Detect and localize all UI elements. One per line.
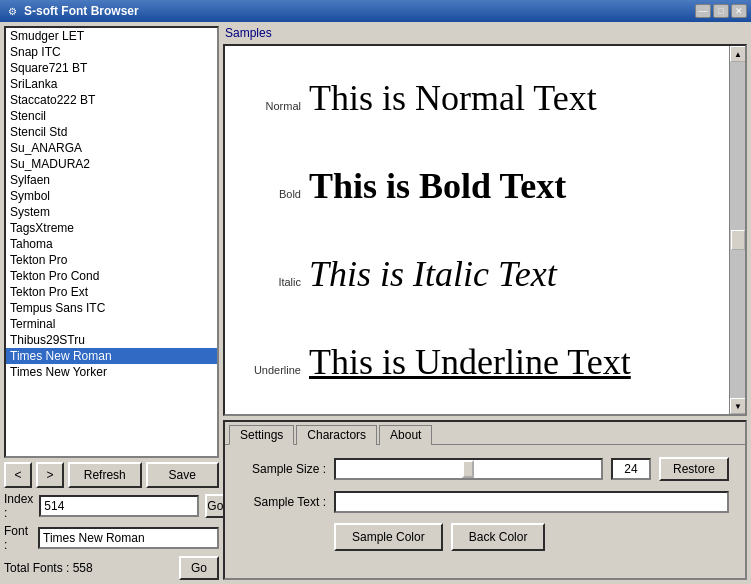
scrollbar-track <box>730 62 745 398</box>
back-button[interactable]: < <box>4 462 32 488</box>
tab-charactors[interactable]: Charactors <box>296 425 377 445</box>
list-item[interactable]: Smudger LET <box>6 28 217 44</box>
close-button[interactable]: ✕ <box>731 4 747 18</box>
scrollbar-down-button[interactable]: ▼ <box>730 398 746 414</box>
tabs-container: Settings Charactors About Sample Size : … <box>223 420 747 580</box>
underline-text: This is Underline Text <box>309 341 631 383</box>
font-display-row: Font : Times New Roman <box>4 524 219 552</box>
save-button[interactable]: Save <box>146 462 220 488</box>
restore-button[interactable]: Restore <box>659 457 729 481</box>
preview-normal-row: Normal This is Normal Text <box>241 77 713 119</box>
font-display-value: Times New Roman <box>43 531 145 545</box>
app-title: S-soft Font Browser <box>24 4 695 18</box>
preview-content: Normal This is Normal Text Bold This is … <box>225 46 729 414</box>
italic-text: This is Italic Text <box>309 253 557 295</box>
titlebar: ⚙ S-soft Font Browser — □ ✕ <box>0 0 751 22</box>
index-label: Index : <box>4 492 33 520</box>
scrollbar-thumb[interactable] <box>731 230 745 250</box>
sample-color-button[interactable]: Sample Color <box>334 523 443 551</box>
bold-label: Bold <box>241 188 301 200</box>
tab-content-settings: Sample Size : Restore Sample Text : Samp… <box>225 445 745 563</box>
total-go-button[interactable]: Go <box>179 556 219 580</box>
list-item[interactable]: Stencil Std <box>6 124 217 140</box>
list-item[interactable]: Square721 BT <box>6 60 217 76</box>
preview-area: Normal This is Normal Text Bold This is … <box>223 44 747 416</box>
italic-label: Italic <box>241 276 301 288</box>
total-fonts-row: Total Fonts : 558 Go <box>4 556 219 580</box>
font-list-container: Smudger LETSnap ITCSquare721 BTSriLankaS… <box>4 26 219 458</box>
font-display: Times New Roman <box>38 527 219 549</box>
list-item[interactable]: Times New Yorker <box>6 364 217 380</box>
size-slider[interactable] <box>334 458 603 480</box>
preview-underline-row: Underline This is Underline Text <box>241 341 713 383</box>
preview-scrollbar: ▲ ▼ <box>729 46 745 414</box>
list-item[interactable]: Tekton Pro Ext <box>6 284 217 300</box>
list-item[interactable]: Terminal <box>6 316 217 332</box>
size-input[interactable] <box>611 458 651 480</box>
list-item[interactable]: Sylfaen <box>6 172 217 188</box>
bold-text: This is Bold Text <box>309 165 566 207</box>
scrollbar-up-button[interactable]: ▲ <box>730 46 746 62</box>
forward-button[interactable]: > <box>36 462 64 488</box>
tab-settings[interactable]: Settings <box>229 425 294 445</box>
preview-bold-row: Bold This is Bold Text <box>241 165 713 207</box>
font-list: Smudger LETSnap ITCSquare721 BTSriLankaS… <box>6 28 217 456</box>
list-item[interactable]: Tekton Pro <box>6 252 217 268</box>
list-item[interactable]: System <box>6 204 217 220</box>
list-item[interactable]: Staccato222 BT <box>6 92 217 108</box>
normal-text: This is Normal Text <box>309 77 597 119</box>
index-row: Index : Go <box>4 492 219 520</box>
titlebar-buttons: — □ ✕ <box>695 4 747 18</box>
normal-label: Normal <box>241 100 301 112</box>
list-item[interactable]: Snap ITC <box>6 44 217 60</box>
maximize-button[interactable]: □ <box>713 4 729 18</box>
total-fonts-label: Total Fonts : 558 <box>4 561 173 575</box>
tab-headers: Settings Charactors About <box>225 422 745 445</box>
list-item[interactable]: Symbol <box>6 188 217 204</box>
list-item[interactable]: Times New Roman <box>6 348 217 364</box>
font-label: Font : <box>4 524 34 552</box>
refresh-button[interactable]: Refresh <box>68 462 142 488</box>
list-item[interactable]: Tekton Pro Cond <box>6 268 217 284</box>
nav-buttons: < > Refresh Save <box>4 462 219 488</box>
list-item[interactable]: Tahoma <box>6 236 217 252</box>
list-item[interactable]: Su_MADURA2 <box>6 156 217 172</box>
preview-italic-row: Italic This is Italic Text <box>241 253 713 295</box>
list-item[interactable]: Stencil <box>6 108 217 124</box>
tab-about[interactable]: About <box>379 425 432 445</box>
underline-label: Underline <box>241 364 301 376</box>
minimize-button[interactable]: — <box>695 4 711 18</box>
left-panel: Smudger LETSnap ITCSquare721 BTSriLankaS… <box>4 26 219 580</box>
list-item[interactable]: TagsXtreme <box>6 220 217 236</box>
list-item[interactable]: Tempus Sans ITC <box>6 300 217 316</box>
sample-size-row: Sample Size : Restore <box>241 457 729 481</box>
list-item[interactable]: SriLanka <box>6 76 217 92</box>
index-input[interactable] <box>39 495 199 517</box>
sample-text-row: Sample Text : <box>241 491 729 513</box>
list-item[interactable]: Thibus29STru <box>6 332 217 348</box>
sample-size-label: Sample Size : <box>241 462 326 476</box>
right-panel: Samples Normal This is Normal Text Bold … <box>223 26 747 580</box>
app-icon: ⚙ <box>4 3 20 19</box>
sample-text-label: Sample Text : <box>241 495 326 509</box>
back-color-button[interactable]: Back Color <box>451 523 546 551</box>
sample-text-input[interactable] <box>334 491 729 513</box>
color-buttons: Sample Color Back Color <box>241 523 729 551</box>
main-container: Smudger LETSnap ITCSquare721 BTSriLankaS… <box>0 22 751 584</box>
samples-label: Samples <box>223 26 747 40</box>
slider-thumb[interactable] <box>462 460 474 478</box>
list-item[interactable]: Su_ANARGA <box>6 140 217 156</box>
